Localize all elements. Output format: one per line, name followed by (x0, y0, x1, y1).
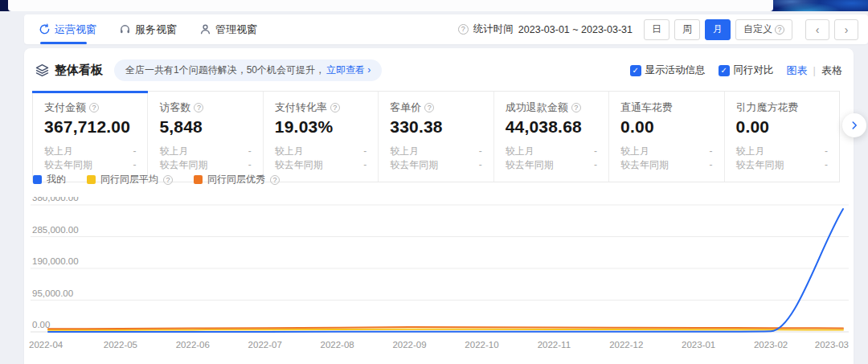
compare-yoy: 较去年同期- (390, 158, 481, 172)
trend-line-chart: 380,000.00285,000.00190,000.0095,000.000… (24, 197, 854, 364)
person-icon (199, 23, 211, 35)
x-axis-tick: 2022-08 (321, 340, 354, 350)
legend-label: 我的 (47, 173, 66, 186)
view-switch: 图表 | 表格 (787, 63, 842, 78)
y-axis-tick: 285,000.00 (32, 225, 79, 235)
y-axis-tick: 0.00 (32, 320, 50, 329)
metric-card[interactable]: 支付金额?367,712.00较上月-较去年同期- (33, 92, 148, 182)
tab-management-view[interactable]: 管理视窗 (199, 14, 257, 44)
compare-yoy: 较去年同期- (44, 158, 136, 172)
period-month-button[interactable]: 月 (705, 19, 731, 40)
help-icon[interactable]: ? (424, 103, 434, 112)
metric-card[interactable]: 成功退款金额?44,038.68较上月-较去年同期- (494, 92, 609, 182)
help-icon[interactable]: ? (163, 175, 173, 185)
x-axis-tick: 2022-05 (104, 340, 137, 350)
legend-item[interactable]: 我的 (33, 173, 66, 186)
x-axis-tick: 2022-09 (392, 340, 426, 350)
x-axis-tick: 2022-04 (29, 340, 63, 350)
compare-yoy: 较去年同期- (275, 158, 366, 172)
table-view-button[interactable]: 表格 (821, 63, 842, 78)
metric-value: 0.00 (736, 117, 828, 137)
prev-period-button[interactable]: ‹ (805, 19, 829, 40)
info-icon[interactable]: ? (458, 24, 469, 35)
chart-line-0 (48, 209, 843, 332)
metric-value: 367,712.00 (44, 117, 136, 137)
top-banner-overlay (8, 0, 773, 11)
tab-label: 管理视窗 (215, 22, 257, 37)
y-axis-tick: 95,000.00 (32, 288, 73, 298)
issues-notice: 全店一共有1个问题待解决，50个机会可提升， 立即查看 › (114, 59, 382, 81)
compare-yoy: 较去年同期- (736, 158, 828, 172)
y-axis-tick: 190,000.00 (32, 256, 79, 266)
legend-swatch (194, 175, 203, 184)
x-axis-tick: 2022-11 (538, 340, 571, 350)
metric-label: 访客数? (159, 100, 251, 115)
stat-time: ? 统计时间 2023-03-01 ~ 2023-03-31 (458, 22, 633, 36)
help-icon[interactable]: ? (194, 103, 203, 112)
section-title: 整体看板 (55, 63, 103, 78)
metric-card[interactable]: 访客数?5,848较上月-较去年同期- (148, 92, 263, 182)
metrics-carousel-next-button[interactable] (842, 113, 866, 137)
view-tabbar: 运营视窗 服务视窗 管理视窗 ? 统计时间 2023-03-01 ~ 2023-… (24, 14, 868, 44)
tab-label: 服务视窗 (135, 22, 177, 37)
board-header: 整体看板 全店一共有1个问题待解决，50个机会可提升， 立即查看 › ✓ 显示活… (24, 48, 854, 91)
metric-label: 直通车花费 (620, 100, 712, 115)
legend-label: 同行同层优秀 (207, 173, 265, 186)
compare-yoy: 较去年同期- (159, 158, 251, 172)
compare-mom: 较上月- (159, 145, 251, 158)
next-period-button[interactable]: › (834, 19, 858, 40)
notice-text: 全店一共有1个问题待解决，50个机会可提升， (125, 63, 325, 77)
help-icon[interactable]: ? (89, 103, 99, 112)
help-icon: ? (775, 25, 784, 35)
metric-value: 0.00 (620, 117, 712, 137)
period-custom-button[interactable]: 自定义? (735, 19, 792, 40)
help-icon[interactable]: ? (270, 175, 280, 185)
x-axis-tick: 2022-06 (176, 340, 210, 350)
checkbox-checked-icon: ✓ (630, 65, 641, 76)
compare-yoy: 较去年同期- (506, 158, 597, 172)
chart-view-button[interactable]: 图表 (787, 63, 808, 78)
metric-label: 客单价? (390, 100, 481, 115)
chart-legend: 我的同行同层平均?同行同层优秀? (33, 173, 280, 186)
legend-swatch (33, 175, 42, 184)
peer-compare-toggle[interactable]: ✓ 同行对比 (719, 63, 774, 77)
help-icon[interactable]: ? (330, 103, 340, 112)
metric-label: 支付金额? (44, 100, 136, 115)
metric-value: 5,848 (159, 117, 251, 137)
compare-yoy: 较去年同期- (620, 158, 712, 172)
metric-label: 支付转化率? (275, 100, 366, 115)
chart-line-1 (48, 329, 843, 330)
x-axis-tick: 2022-07 (248, 340, 282, 350)
layers-icon (35, 63, 49, 77)
period-day-button[interactable]: 日 (644, 19, 669, 40)
legend-swatch (87, 175, 96, 184)
period-week-button[interactable]: 周 (674, 19, 700, 40)
legend-item[interactable]: 同行同层平均? (87, 173, 173, 186)
show-activity-toggle[interactable]: ✓ 显示活动信息 (630, 63, 706, 77)
metric-card[interactable]: 直通车花费0.00较上月-较去年同期- (609, 92, 724, 182)
compare-mom: 较上月- (44, 145, 136, 158)
view-switch-divider: | (813, 64, 816, 76)
x-axis-tick: 2023-02 (754, 340, 788, 350)
chevron-right-icon (849, 120, 860, 131)
metric-card[interactable]: 支付转化率?19.03%较上月-较去年同期- (264, 92, 379, 182)
tab-operation-view[interactable]: 运营视窗 (39, 14, 96, 44)
view-now-link[interactable]: 立即查看 › (326, 63, 371, 77)
metric-label: 引力魔方花费 (736, 100, 828, 115)
help-icon[interactable]: ? (571, 103, 581, 112)
stat-time-label: 统计时间 (473, 22, 514, 36)
tab-service-view[interactable]: 服务视窗 (119, 14, 177, 44)
legend-item[interactable]: 同行同层优秀? (194, 173, 280, 186)
metric-card[interactable]: 客单价?330.38较上月-较去年同期- (379, 92, 493, 182)
metric-card[interactable]: 引力魔方花费0.00较上月-较去年同期- (725, 92, 839, 182)
compare-mom: 较上月- (736, 145, 828, 158)
x-axis-tick: 2023-03 (815, 340, 849, 350)
compare-mom: 较上月- (275, 145, 366, 158)
compare-mom: 较上月- (620, 145, 712, 158)
tab-label: 运营视窗 (55, 22, 96, 37)
stat-time-range: 2023-03-01 ~ 2023-03-31 (518, 24, 633, 35)
metric-cards-row: 支付金额?367,712.00较上月-较去年同期-访客数?5,848较上月-较去… (32, 91, 840, 182)
toggle-label: 同行对比 (734, 63, 774, 77)
refresh-icon (39, 23, 51, 35)
x-axis-tick: 2022-10 (465, 340, 498, 350)
